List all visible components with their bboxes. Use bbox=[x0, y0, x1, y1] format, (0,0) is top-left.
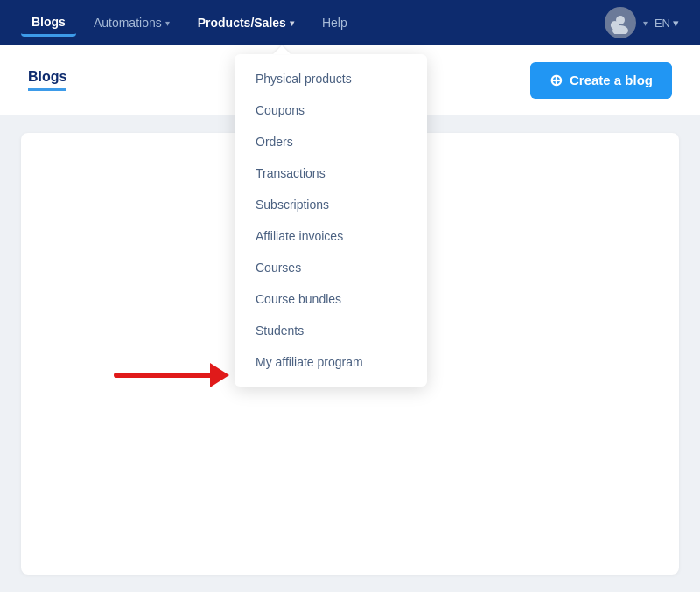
dropdown-item-courses[interactable]: Courses bbox=[234, 252, 427, 283]
nav-item-help[interactable]: Help bbox=[312, 10, 358, 35]
dropdown-item-coupons[interactable]: Coupons bbox=[234, 94, 427, 126]
products-sales-dropdown: Physical products Coupons Orders Transac… bbox=[234, 54, 427, 387]
dropdown-item-my-affiliate-program[interactable]: My affiliate program bbox=[234, 346, 427, 378]
dropdown-item-students[interactable]: Students bbox=[234, 315, 427, 346]
automations-chevron-icon: ▾ bbox=[165, 18, 170, 28]
plus-icon: ⊕ bbox=[550, 73, 563, 88]
red-arrow bbox=[114, 363, 229, 387]
page-title-tab: Blogs bbox=[28, 69, 66, 91]
create-blog-label: Create a blog bbox=[570, 73, 653, 87]
dropdown-item-subscriptions[interactable]: Subscriptions bbox=[234, 189, 427, 220]
arrow-head bbox=[210, 363, 229, 387]
dropdown-item-transactions[interactable]: Transactions bbox=[234, 157, 427, 189]
dropdown-item-course-bundles[interactable]: Course bundles bbox=[234, 283, 427, 315]
nav-item-automations[interactable]: Automations ▾ bbox=[83, 10, 180, 35]
page-title-area: Blogs bbox=[28, 69, 88, 91]
dropdown-item-physical-products[interactable]: Physical products bbox=[234, 63, 427, 94]
dropdown-item-orders[interactable]: Orders bbox=[234, 126, 427, 157]
language-selector[interactable]: EN ▾ bbox=[654, 17, 679, 30]
user-icon: ● bbox=[609, 15, 632, 34]
nav-right: ● ▾ EN ▾ bbox=[605, 7, 679, 38]
svg-point-1 bbox=[612, 25, 628, 34]
svg-point-0 bbox=[616, 16, 625, 24]
avatar[interactable]: ● bbox=[605, 7, 636, 38]
dropdown-item-affiliate-invoices[interactable]: Affiliate invoices bbox=[234, 220, 427, 252]
navbar: Blogs Automations ▾ Products/Sales ▾ Hel… bbox=[0, 0, 700, 45]
create-blog-button[interactable]: ⊕ Create a blog bbox=[530, 62, 672, 99]
nav-item-blogs[interactable]: Blogs bbox=[21, 10, 76, 37]
user-chevron-icon[interactable]: ▾ bbox=[643, 18, 648, 28]
dropdown-triangle bbox=[273, 45, 290, 54]
arrow-line bbox=[114, 373, 210, 378]
products-sales-chevron-icon: ▾ bbox=[290, 18, 294, 28]
lang-chevron-icon: ▾ bbox=[673, 17, 679, 30]
nav-item-products-sales[interactable]: Products/Sales ▾ bbox=[187, 10, 304, 35]
